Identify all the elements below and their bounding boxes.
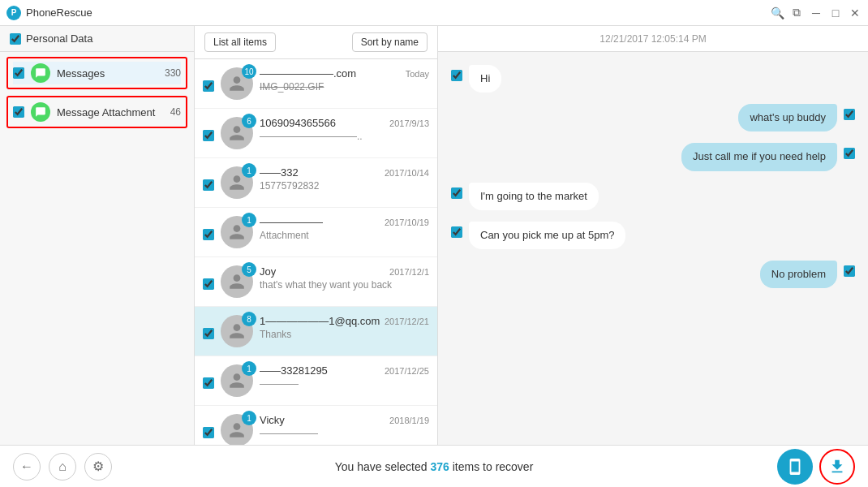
messages-checkbox[interactable] <box>13 67 24 79</box>
msg-4-checkbox[interactable] <box>451 187 462 199</box>
restore-icon[interactable]: ⧉ <box>790 6 803 19</box>
conv-item-6[interactable]: 8 1——————1@qq.com 2017/12/21 Thanks <box>195 307 437 356</box>
msg-row-4: I'm going to the market <box>451 183 855 210</box>
conv-1-checkbox[interactable] <box>203 80 214 92</box>
back-btn[interactable]: ← <box>13 453 41 481</box>
window-controls: 🔍 ⧉ ─ □ ✕ <box>771 6 862 19</box>
conv-4-badge: 1 <box>242 213 256 227</box>
sidebar: Personal Data Messages 330 Message Attac… <box>0 26 195 445</box>
main-layout: Personal Data Messages 330 Message Attac… <box>0 26 868 445</box>
conv-6-body: 1——————1@qq.com 2017/12/21 Thanks <box>260 315 429 340</box>
conv-item-5[interactable]: 5 Joy 2017/12/1 that's what they want yo… <box>195 257 437 307</box>
minimize-icon[interactable]: ─ <box>810 6 823 19</box>
msg-4-bubble: I'm going to the market <box>469 183 599 210</box>
selected-count: 376 <box>430 460 449 473</box>
attachment-checkbox[interactable] <box>13 106 24 118</box>
conv-8-date: 2018/1/19 <box>389 416 429 425</box>
conv-7-checkbox[interactable] <box>203 377 214 389</box>
messages-label: Messages <box>57 67 158 80</box>
attachment-icon <box>31 102 50 122</box>
device-recover-btn[interactable] <box>777 449 813 485</box>
status-text-after: items to recover <box>453 460 534 473</box>
conv-6-preview: Thanks <box>260 329 429 340</box>
conv-3-badge: 1 <box>242 163 256 178</box>
conv-5-badge: 5 <box>242 262 256 277</box>
conv-item-2[interactable]: 6 1069094365566 2017/9/13 ——————————.. <box>195 109 437 158</box>
conv-4-checkbox[interactable] <box>203 229 214 240</box>
conv-5-avatar: 5 <box>221 265 253 298</box>
title-bar: P PhoneRescue 🔍 ⧉ ─ □ ✕ <box>0 0 868 26</box>
conv-2-date: 2017/9/13 <box>389 119 429 128</box>
attachment-label: Message Attachment <box>57 106 164 119</box>
messages-item-bordered[interactable]: Messages 330 <box>6 57 187 89</box>
chat-messages: Hi what's up buddy Just call me if you n… <box>438 52 868 445</box>
conv-1-preview: IMG_0022.GIF <box>260 81 429 93</box>
msg-6-checkbox[interactable] <box>844 265 855 277</box>
conv-4-name: —————— <box>260 216 323 228</box>
conv-item-8[interactable]: 1 Vicky 2018/1/19 —————— <box>195 406 437 445</box>
status-text-before: You have selected <box>335 460 428 473</box>
msg-row-2: what's up buddy <box>451 104 855 131</box>
home-btn[interactable]: ⌂ <box>49 453 76 481</box>
msg-3-bubble: Just call me if you need help <box>681 143 837 170</box>
conv-item-7[interactable]: 1 ——33281295 2017/12/25 ———— <box>195 356 437 406</box>
conv-1-avatar: 10 <box>221 67 253 100</box>
export-recover-btn[interactable] <box>819 449 855 485</box>
app-title: PhoneRescue <box>26 6 92 19</box>
conv-6-checkbox[interactable] <box>203 328 214 339</box>
maximize-icon[interactable]: □ <box>829 6 842 19</box>
conv-6-avatar: 8 <box>221 315 253 347</box>
conv-3-body: ——332 2017/10/14 15775792832 <box>260 166 429 192</box>
messages-count: 330 <box>165 67 181 79</box>
conv-7-avatar: 1 <box>221 364 253 397</box>
conv-7-preview: ———— <box>260 378 429 390</box>
conv-8-body: Vicky 2018/1/19 —————— <box>260 414 429 439</box>
msg-row-6: No problem <box>451 261 855 288</box>
app-logo: P <box>6 6 21 20</box>
sidebar-header-label: Personal Data <box>26 32 92 45</box>
list-all-items-btn[interactable]: List all items <box>204 32 276 52</box>
conv-7-badge: 1 <box>242 361 256 376</box>
conv-5-checkbox[interactable] <box>203 278 214 290</box>
msg-1-bubble: Hi <box>469 65 501 93</box>
msg-5-bubble: Can you pick me up at 5pm? <box>469 222 625 249</box>
sort-by-name-btn[interactable]: Sort by name <box>352 32 428 52</box>
conv-3-checkbox[interactable] <box>203 179 214 191</box>
msg-6-bubble: No problem <box>760 261 837 288</box>
personal-data-checkbox[interactable] <box>10 33 21 45</box>
conversation-list: 10 ———————.com Today IMG_0022.GIF 6 <box>195 59 437 445</box>
conv-item-1[interactable]: 10 ———————.com Today IMG_0022.GIF <box>195 59 437 109</box>
msg-2-checkbox[interactable] <box>844 109 855 120</box>
conv-5-date: 2017/12/1 <box>389 267 429 277</box>
msg-row-3: Just call me if you need help <box>451 143 855 170</box>
conv-item-3[interactable]: 1 ——332 2017/10/14 15775792832 <box>195 158 437 208</box>
conv-5-body: Joy 2017/12/1 that's what they want you … <box>260 265 429 291</box>
sidebar-item-attachment[interactable]: Message Attachment 46 <box>13 101 181 123</box>
msg-3-checkbox[interactable] <box>844 148 855 159</box>
conv-7-date: 2017/12/25 <box>385 366 429 376</box>
conv-2-badge: 6 <box>242 114 256 128</box>
conv-3-avatar: 1 <box>221 166 253 199</box>
conv-2-preview: ——————————.. <box>260 131 429 142</box>
conv-2-checkbox[interactable] <box>203 130 214 141</box>
conv-7-body: ——33281295 2017/12/25 ———— <box>260 364 429 390</box>
conv-1-date: Today <box>406 69 429 79</box>
conv-2-body: 1069094365566 2017/9/13 ——————————.. <box>260 117 429 142</box>
chat-panel: 12/21/2017 12:05:14 PM Hi what's up budd… <box>438 26 868 445</box>
conv-4-preview: Attachment <box>260 230 429 241</box>
attachment-item-bordered[interactable]: Message Attachment 46 <box>6 96 187 128</box>
attachment-count: 46 <box>170 106 181 118</box>
settings-btn[interactable]: ⚙ <box>84 453 112 481</box>
conv-1-badge: 10 <box>242 64 256 79</box>
msg-1-checkbox[interactable] <box>451 70 462 81</box>
middle-panel: List all items Sort by name 10 ———————.c… <box>195 26 438 445</box>
close-icon[interactable]: ✕ <box>849 6 862 19</box>
search-icon[interactable]: 🔍 <box>771 6 784 19</box>
conv-3-name: ——332 <box>260 166 299 179</box>
conv-item-4[interactable]: 1 —————— 2017/10/19 Attachment <box>195 208 437 257</box>
msg-5-checkbox[interactable] <box>451 226 462 238</box>
sidebar-item-messages[interactable]: Messages 330 <box>13 62 181 84</box>
msg-row-5: Can you pick me up at 5pm? <box>451 222 855 249</box>
middle-toolbar: List all items Sort by name <box>195 26 437 59</box>
conv-8-checkbox[interactable] <box>203 427 214 438</box>
